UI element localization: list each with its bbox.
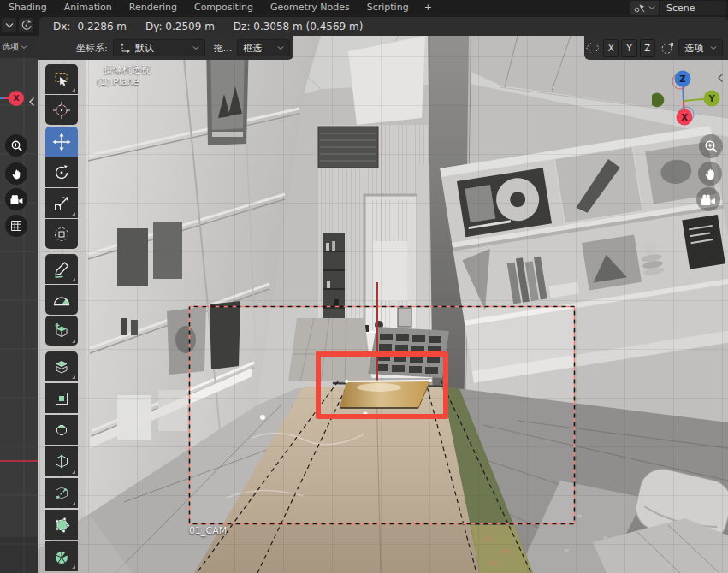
gizmo-y-label: Y [707,94,715,103]
chevron-down-icon [277,45,284,50]
mirror-y-toggle[interactable]: Y [621,39,636,57]
chevron-down-icon [648,5,655,10]
tool-move[interactable] [45,127,78,157]
workspace-tab-rendering[interactable]: Rendering [121,0,186,15]
mirror-z-toggle[interactable]: Z [640,39,655,57]
tool-knife[interactable] [45,478,78,508]
hand-icon [10,168,23,180]
view-mode-label: 摄像机透视 [104,63,151,76]
chevron-down-icon [5,22,14,28]
tool-options-dropdown[interactable]: 选项 [678,39,723,56]
tool-select-box[interactable] [45,64,78,94]
secondary-viewport-header: 选项 [0,36,38,58]
delta-z-value: Dz: 0.3058 m (0.4569 m) [234,21,364,32]
zoom-icon [702,138,719,155]
camera-view-button[interactable] [5,188,27,210]
orientation-dropdown[interactable]: 默认 [113,39,205,56]
tool-bevel[interactable] [45,415,78,445]
tool-measure[interactable] [45,285,78,315]
collapse-arrow-icon[interactable] [717,70,724,86]
zoom-button[interactable] [699,134,723,158]
secondary-viewport[interactable]: 选项 X [0,36,38,573]
scene-selector[interactable]: Scene [630,1,726,15]
tool-annotate[interactable] [45,254,78,284]
zoom-button[interactable] [5,134,27,157]
topbar: Shading Animation Rendering Compositing … [0,0,728,15]
chevron-down-icon [21,44,27,50]
tool-settings-left: 坐标系: 默认 拖... 框选 [38,36,293,60]
camera-icon [700,192,717,207]
workspace-tab-compositing[interactable]: Compositing [186,0,262,15]
tool-extrude-region[interactable] [45,351,78,381]
tool-shelf [45,64,78,573]
delta-y-value: Dy: 0.2509 m [145,21,215,32]
workspace-tab-geometry-nodes[interactable]: Geometry Nodes [262,0,358,15]
workspace-tab-scripting[interactable]: Scripting [358,0,417,15]
perspective-toggle-button[interactable] [5,215,27,237]
workspace-tab-shading[interactable]: Shading [0,0,56,15]
grid-icon [9,219,23,233]
workspace-tab-animation[interactable]: Animation [56,0,121,15]
operator-redo-bar: Dx: -0.2286 m Dy: 0.2509 m Dz: 0.3058 m … [0,15,728,36]
tool-inset-faces[interactable] [45,383,78,413]
add-workspace-button[interactable]: + [417,0,439,15]
scene-icon[interactable] [630,1,660,15]
mirror-x-toggle[interactable]: X [603,39,619,57]
strip-options-dropdown[interactable]: 选项 [0,41,19,53]
transform-status-panel: Dx: -0.2286 m Dy: 0.2509 m Dz: 0.3058 m … [39,17,728,36]
gizmo-x-label: X [681,113,688,122]
axis-gizmo-x-ball[interactable]: X [9,91,24,106]
camera-name-label: 01_CAM [189,525,227,536]
move-operator-icon-button[interactable] [19,18,33,32]
hand-icon [703,167,718,181]
collapse-arrow-icon[interactable] [28,94,35,110]
navigation-gizmo[interactable]: Z Y X [652,69,725,133]
red-highlight-box [316,351,448,419]
zoom-icon [9,139,24,153]
tool-loop-cut[interactable] [45,446,78,476]
drag-mode-dropdown[interactable]: 框选 [237,39,290,56]
tool-add-cube[interactable] [45,316,78,346]
drag-mode-value: 框选 [243,42,273,55]
gizmo-neg-y-ball[interactable] [652,93,665,108]
tool-cursor[interactable] [45,95,78,125]
gizmo-z-label: Z [679,74,685,84]
orientation-label: 坐标系: [76,42,108,55]
axis-x-label: X [14,94,20,103]
collapse-panel-button[interactable] [2,18,16,32]
tool-rotate[interactable] [45,157,78,187]
tool-settings-right: X Y Z 选项 [584,36,728,60]
tool-scale[interactable] [45,188,78,218]
orientation-value: 默认 [135,42,188,55]
pan-button[interactable] [698,162,722,186]
main-3d-viewport[interactable]: 摄像机透视 (1) Plane 01_CAM 坐标系: 默认 拖... 框选 X… [38,36,728,573]
transform-orientation-icon [119,42,131,54]
camera-icon [9,193,24,206]
drag-label: 拖... [214,42,233,55]
scene-name: Scene [660,3,726,14]
orbit-icon [20,19,33,32]
delta-x-value: Dx: -0.2286 m [53,21,127,32]
active-object-label: (1) Plane [97,76,139,87]
camera-view-button[interactable] [696,187,720,211]
tool-options-label: 选项 [684,42,706,55]
tool-transform[interactable] [45,219,78,249]
tool-poly-build[interactable] [45,510,78,540]
mirror-icon[interactable] [584,41,599,55]
falloff-icon[interactable] [660,41,673,55]
pan-button[interactable] [5,162,27,185]
tool-spin[interactable] [45,541,78,571]
chevron-down-icon [710,45,717,50]
chevron-down-icon [192,45,199,50]
